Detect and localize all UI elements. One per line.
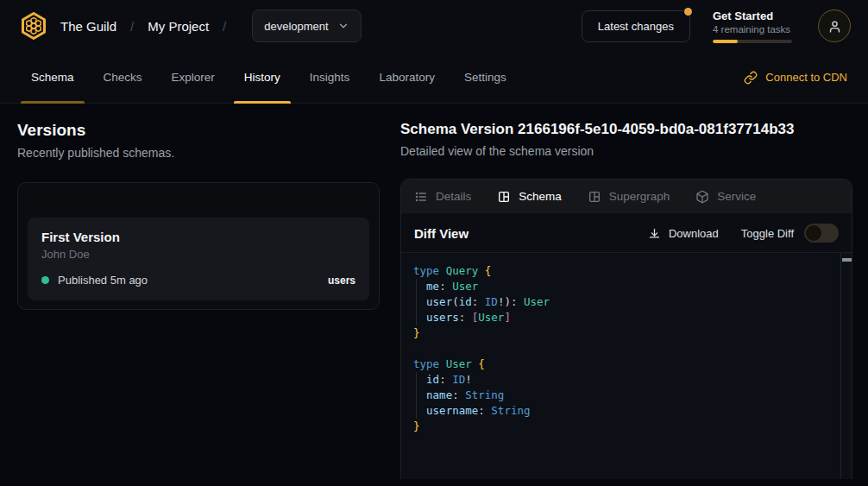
- notification-dot: [684, 8, 692, 16]
- diff-view-title: Diff View: [414, 226, 469, 241]
- breadcrumb-separator: /: [130, 19, 134, 34]
- environment-select[interactable]: development: [252, 9, 361, 42]
- code-scrollbar[interactable]: [840, 253, 852, 479]
- versions-title: Versions: [17, 121, 380, 140]
- versions-list: First Version John Doe Published 5m ago …: [17, 182, 380, 310]
- diff-view-header: Diff View Download Toggle Diff: [401, 214, 852, 253]
- hive-logo-icon[interactable]: [17, 9, 50, 42]
- toggle-diff-switch[interactable]: [804, 224, 839, 243]
- cube-icon: [695, 190, 709, 204]
- top-bar: The Guild / My Project / development Lat…: [0, 0, 868, 52]
- toggle-diff-label: Toggle Diff: [741, 227, 794, 240]
- tab-details[interactable]: Details: [414, 190, 471, 204]
- versions-panel: Versions Recently published schemas. Fir…: [17, 121, 380, 310]
- breadcrumb-org[interactable]: The Guild: [60, 19, 116, 34]
- version-author: John Doe: [41, 248, 355, 261]
- download-icon: [648, 227, 661, 240]
- schema-version-card: Details Schema Supergraph Service: [400, 179, 852, 479]
- tab-history[interactable]: History: [234, 52, 291, 103]
- get-started-title: Get Started: [713, 9, 796, 22]
- version-list-item[interactable]: First Version John Doe Published 5m ago …: [28, 218, 369, 300]
- schema-version-panel: Schema Version 2166196f-5e10-4059-bd0a-0…: [400, 121, 852, 479]
- tab-schema-view[interactable]: Schema: [497, 190, 562, 204]
- tab-service[interactable]: Service: [695, 190, 756, 204]
- tab-insights[interactable]: Insights: [299, 52, 361, 103]
- tab-explorer[interactable]: Explorer: [161, 52, 225, 103]
- indent-guide: [416, 279, 417, 325]
- get-started-progress-track: [713, 40, 792, 43]
- schema-code-viewer: type Query { me: User user(id: ID!): Use…: [401, 253, 852, 479]
- version-name: First Version: [41, 230, 355, 244]
- user-icon: [827, 19, 842, 34]
- tab-settings[interactable]: Settings: [454, 52, 517, 103]
- target-nav: Schema Checks Explorer History Insights …: [0, 52, 868, 104]
- breadcrumb: The Guild / My Project / development: [17, 9, 362, 42]
- schema-version-subtitle: Detailed view of the schema version: [400, 144, 852, 158]
- latest-changes-button[interactable]: Latest changes: [582, 10, 690, 42]
- tab-schema[interactable]: Schema: [21, 52, 85, 103]
- tab-laboratory[interactable]: Laboratory: [368, 52, 445, 103]
- tab-checks[interactable]: Checks: [93, 52, 153, 103]
- get-started-progress-fill: [713, 40, 738, 43]
- tab-underline: [21, 101, 85, 104]
- columns-icon: [588, 190, 601, 204]
- versions-subtitle: Recently published schemas.: [17, 146, 380, 160]
- published-status-dot: [41, 276, 49, 284]
- avatar[interactable]: [818, 9, 851, 42]
- code-scrollbar-thumb[interactable]: [842, 258, 852, 262]
- download-button[interactable]: Download: [648, 227, 719, 240]
- schema-code[interactable]: type Query { me: User user(id: ID!): Use…: [401, 253, 852, 445]
- tab-underline: [234, 101, 291, 104]
- connect-to-cdn-button[interactable]: Connect to CDN: [744, 52, 847, 103]
- columns-icon: [497, 190, 511, 204]
- schema-version-title: Schema Version 2166196f-5e10-4059-bd0a-0…: [400, 121, 852, 138]
- get-started-subtitle: 4 remaining tasks: [713, 24, 796, 35]
- chevron-down-icon: [337, 20, 349, 32]
- environment-select-value: development: [264, 20, 328, 33]
- link-icon: [744, 71, 758, 85]
- version-status: Published 5m ago: [58, 274, 148, 287]
- toggle-knob: [806, 225, 821, 241]
- indent-guide: [416, 372, 417, 419]
- breadcrumb-project[interactable]: My Project: [148, 19, 209, 34]
- detail-tabs: Details Schema Supergraph Service: [401, 180, 852, 214]
- version-service-badge: users: [328, 275, 355, 287]
- breadcrumb-separator: /: [223, 19, 226, 34]
- list-icon: [414, 190, 428, 204]
- get-started-widget[interactable]: Get Started 4 remaining tasks: [713, 9, 796, 43]
- tab-supergraph[interactable]: Supergraph: [588, 190, 670, 204]
